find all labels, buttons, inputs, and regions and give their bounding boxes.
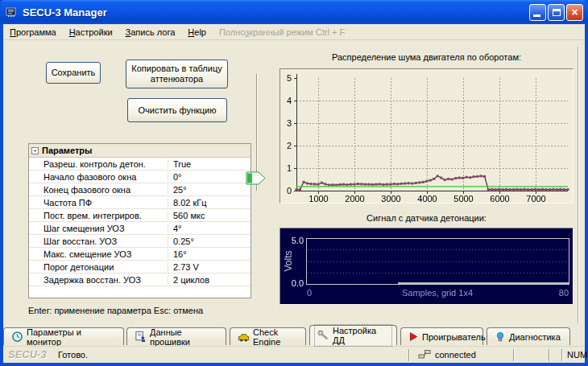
attenuator-slider-thumb[interactable] (246, 171, 267, 188)
table-row[interactable]: Шаг смещения УОЗ4° (29, 222, 251, 235)
minimize-icon (533, 14, 540, 17)
table-row[interactable]: Пост. врем. интегриров.560 мкс (29, 209, 251, 222)
knock-chart-canvas (280, 228, 573, 304)
parameters-table: - Параметры Разреш. контроль детон.True … (28, 143, 251, 298)
noise-chart-canvas (280, 69, 573, 203)
connection-icon (418, 349, 431, 361)
num-lock-indicator: NUM (567, 350, 587, 360)
tab-parameters-monitor[interactable]: Параметры и монитор (3, 327, 124, 345)
play-icon (408, 331, 419, 342)
pane-separator (408, 349, 410, 361)
diagnostics-icon (495, 331, 506, 343)
wrench-icon (317, 330, 329, 342)
close-icon: × (571, 6, 578, 18)
knock-chart-title: Сигнал с датчика детонации: (280, 213, 574, 223)
parameters-header-label: Параметры (42, 146, 92, 155)
tab-knock-setup[interactable]: Настройка ДД (309, 325, 397, 345)
noise-chart-title: Распределение шума двигателя по оборотам… (280, 52, 574, 62)
copy-to-attenuator-button[interactable]: Копировать в таблицу аттенюатора (126, 60, 228, 88)
hint-text: Enter: применение параметра Esc: отмена (28, 306, 203, 315)
connection-status: connected (435, 350, 476, 360)
menu-help[interactable]: Help (181, 26, 213, 39)
check-engine-icon (238, 331, 250, 343)
clear-function-button[interactable]: Очистить функцию (127, 98, 227, 122)
menu-program[interactable]: Программа (3, 26, 63, 39)
minimize-button[interactable] (529, 4, 546, 21)
tab-label: Настройка ДД (333, 326, 389, 345)
maximize-icon (553, 9, 561, 16)
table-row[interactable]: Шаг восстан. УОЗ0.25° (29, 235, 251, 248)
menu-bar: Программа Настройки Запись лога Help Пол… (3, 24, 585, 40)
title-bar: SECU-3 Manager × (0, 0, 588, 24)
firmware-icon (135, 331, 147, 343)
tab-diagnostics[interactable]: Диагностика (487, 327, 570, 345)
tab-label: Check Engine (253, 327, 298, 347)
collapse-icon[interactable]: - (31, 147, 39, 154)
pane-separator (549, 349, 550, 361)
pane-separator (561, 349, 563, 361)
table-row[interactable]: Разреш. контроль детон.True (29, 158, 251, 171)
tab-check-engine[interactable]: Check Engine (230, 327, 306, 345)
close-button[interactable]: × (566, 4, 583, 21)
app-chip-icon[interactable] (5, 6, 18, 19)
menu-fullscreen: Полнозкранный режим Ctrl + F (213, 26, 351, 39)
table-row[interactable]: Частота ПФ8.02 кГц (29, 196, 251, 209)
tab-label: Данные прошивки (150, 327, 218, 347)
parameters-header[interactable]: - Параметры (29, 144, 251, 158)
status-bar: SECU-3 Готово. connected NUM (3, 346, 585, 363)
tab-label: Параметры и монитор (27, 327, 116, 347)
table-row[interactable]: Порог детонации2.73 V (29, 261, 251, 273)
table-row[interactable]: Конец фазового окна25° (29, 183, 251, 196)
menu-settings[interactable]: Настройки (63, 26, 119, 39)
maximize-button[interactable] (548, 4, 565, 21)
knock-chart-panel (280, 228, 574, 305)
window-title: SECU-3 Manager (23, 6, 528, 19)
status-text: Готово. (58, 350, 88, 360)
table-row[interactable]: Макс. смещение УОЗ16° (29, 248, 251, 261)
save-button[interactable]: Сохранить (46, 62, 101, 84)
panel-groove (578, 47, 579, 323)
app-window: SECU-3 Manager × Программа Настройки Зап… (0, 0, 588, 366)
gauge-icon (11, 331, 23, 343)
table-row[interactable]: Задержка восстан. УОЗ2 циклов (29, 273, 251, 286)
menu-log-record[interactable]: Запись лога (119, 26, 182, 39)
tab-label: Диагностика (509, 332, 561, 342)
pane-separator (513, 349, 515, 361)
table-row[interactable]: Начало фазового окна0° (29, 171, 251, 183)
brand-label: SECU-3 (8, 348, 47, 360)
tab-firmware-data[interactable]: Данные прошивки (126, 327, 226, 345)
slider-arrow-icon (246, 171, 267, 185)
tab-label: Проигрыватель (422, 332, 486, 342)
tab-player[interactable]: Проигрыватель (400, 327, 483, 345)
noise-chart-panel (280, 68, 574, 204)
